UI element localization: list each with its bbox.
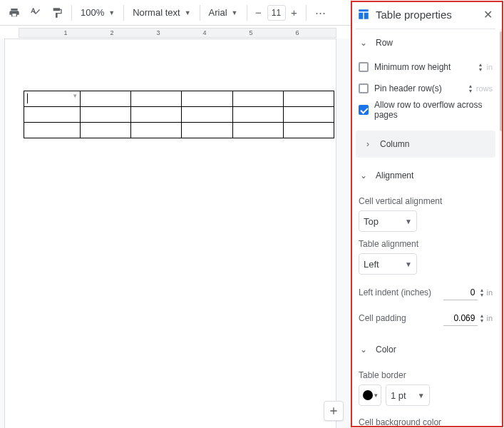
document-table[interactable]: ▾ xyxy=(24,91,334,138)
document-page[interactable]: ▾ xyxy=(4,39,336,428)
table-cell[interactable] xyxy=(131,91,182,107)
section-color-body: Table border ▾ 1 pt ▼ Cell background co… xyxy=(351,370,500,427)
pin-header-row[interactable]: Pin header row(s) ▴▾ rows xyxy=(359,78,493,99)
section-row-header[interactable]: ⌄ Row xyxy=(351,29,500,56)
table-cell[interactable] xyxy=(81,123,131,138)
chevron-down-icon: ⌄ xyxy=(359,170,369,180)
chevron-down-icon: ▼ xyxy=(185,9,191,16)
section-color-title: Color xyxy=(376,345,396,355)
overflow-row[interactable]: Allow row to overflow across pages xyxy=(359,99,493,121)
overflow-checkbox[interactable] xyxy=(359,105,369,115)
document-stage: ▾ xyxy=(0,39,351,428)
table-icon xyxy=(357,8,370,21)
font-dropdown[interactable]: Arial ▼ xyxy=(205,3,242,23)
table-cell[interactable] xyxy=(182,91,232,107)
table-align-select[interactable]: Left ▼ xyxy=(359,253,417,275)
explore-button[interactable] xyxy=(324,401,344,421)
min-row-height-unit: in xyxy=(486,63,493,71)
separator xyxy=(306,5,307,21)
table-row[interactable] xyxy=(24,107,334,123)
left-indent-unit: in xyxy=(486,288,493,297)
table-cell[interactable] xyxy=(232,107,283,123)
paint-format-button[interactable] xyxy=(47,3,67,23)
cell-padding-row: Cell padding ▴▾ in xyxy=(359,310,493,326)
horizontal-ruler[interactable]: 1 2 3 4 5 6 xyxy=(19,28,336,38)
chevron-down-icon: ▼ xyxy=(405,260,412,268)
ruler-mark: 6 xyxy=(295,29,299,36)
panel-title: Table properties xyxy=(376,9,475,21)
text-cursor xyxy=(27,93,28,103)
table-align-value: Left xyxy=(364,259,379,270)
table-cell[interactable]: ▾ xyxy=(24,91,81,107)
table-cell[interactable] xyxy=(24,107,81,123)
table-cell[interactable] xyxy=(283,91,334,107)
left-indent-input[interactable] xyxy=(443,285,478,300)
min-row-height-label: Minimum row height xyxy=(374,62,451,72)
scrollbar-thumb[interactable] xyxy=(500,31,503,131)
chevron-down-icon: ▼ xyxy=(108,9,115,16)
cell-padding-input[interactable] xyxy=(443,310,478,326)
zoom-value: 100% xyxy=(81,7,104,18)
cell-handle-icon[interactable]: ▾ xyxy=(71,93,78,100)
ruler-mark: 3 xyxy=(156,29,160,36)
chevron-down-icon: ▼ xyxy=(232,9,238,16)
table-align-label: Table alignment xyxy=(359,239,493,249)
section-alignment-title: Alignment xyxy=(376,170,413,180)
chevron-down-icon: ▼ xyxy=(405,218,412,225)
ruler-mark: 4 xyxy=(202,29,206,36)
cell-bg-label: Cell background color xyxy=(359,417,493,427)
table-cell[interactable] xyxy=(81,107,131,123)
table-cell[interactable] xyxy=(24,123,81,138)
table-cell[interactable] xyxy=(232,123,283,138)
chevron-right-icon: › xyxy=(363,139,373,149)
left-indent-stepper[interactable]: ▴▾ xyxy=(480,287,483,297)
table-row[interactable]: ▾ xyxy=(24,91,334,107)
left-indent-label: Left indent (inches) xyxy=(359,287,443,297)
chevron-down-icon: ⌄ xyxy=(359,38,369,48)
style-value: Normal text xyxy=(133,7,180,18)
chevron-down-icon: ▼ xyxy=(418,392,425,399)
section-color-header[interactable]: ⌄ Color xyxy=(351,336,500,363)
close-button[interactable]: ✕ xyxy=(481,8,494,21)
panel-scrollbar[interactable] xyxy=(500,29,503,424)
table-border-label: Table border xyxy=(359,370,493,380)
separator xyxy=(71,5,72,21)
zoom-dropdown[interactable]: 100% ▼ xyxy=(76,3,119,23)
separator xyxy=(200,5,200,21)
table-cell[interactable] xyxy=(81,91,131,107)
table-cell[interactable] xyxy=(232,91,283,107)
ruler-mark: 1 xyxy=(63,29,67,36)
cell-padding-stepper[interactable]: ▴▾ xyxy=(480,313,483,323)
styles-dropdown[interactable]: Normal text ▼ xyxy=(128,3,195,23)
font-size-value[interactable]: 11 xyxy=(267,5,286,21)
overflow-label: Allow row to overflow across pages xyxy=(374,100,493,120)
font-value: Arial xyxy=(209,7,227,18)
section-alignment-header[interactable]: ⌄ Alignment xyxy=(351,162,500,189)
separator xyxy=(123,5,124,21)
table-cell[interactable] xyxy=(283,107,334,123)
border-width-select[interactable]: 1 pt ▼ xyxy=(386,384,430,406)
table-row[interactable] xyxy=(24,123,334,138)
font-size-decrease[interactable]: − xyxy=(252,4,266,21)
table-cell[interactable] xyxy=(182,107,232,123)
cell-valign-select[interactable]: Top ▼ xyxy=(359,210,417,232)
font-size-increase[interactable]: + xyxy=(287,4,302,21)
table-cell[interactable] xyxy=(182,123,232,138)
section-column-header[interactable]: › Column xyxy=(356,131,495,158)
table-cell[interactable] xyxy=(131,123,182,138)
print-button[interactable] xyxy=(4,3,24,23)
table-cell[interactable] xyxy=(283,123,334,138)
cell-padding-label: Cell padding xyxy=(359,313,443,323)
pin-header-unit: rows xyxy=(476,84,493,93)
more-button[interactable]: ⋯ xyxy=(311,3,331,23)
min-row-height-row[interactable]: Minimum row height ▴▾ in xyxy=(359,56,493,78)
table-cell[interactable] xyxy=(131,107,182,123)
min-row-height-checkbox[interactable] xyxy=(359,62,369,72)
separator xyxy=(247,5,247,21)
pin-header-checkbox[interactable] xyxy=(359,83,369,93)
border-color-picker[interactable]: ▾ xyxy=(359,384,381,406)
section-row-body: Minimum row height ▴▾ in Pin header row(… xyxy=(351,56,500,126)
spellcheck-button[interactable] xyxy=(26,3,46,23)
ruler-mark: 2 xyxy=(110,29,113,36)
font-size-control: − 11 + xyxy=(252,4,302,21)
